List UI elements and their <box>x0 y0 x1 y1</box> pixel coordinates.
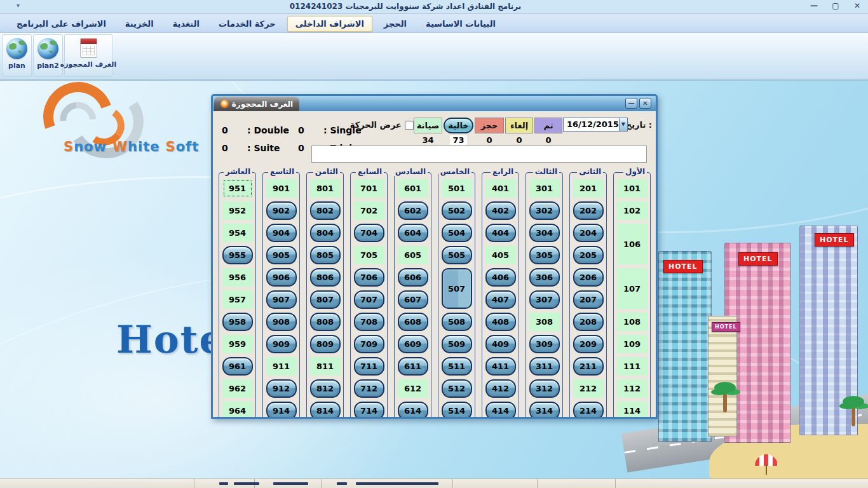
room-button-957[interactable]: 957 <box>222 290 253 309</box>
room-button-211[interactable]: 211 <box>573 357 604 376</box>
room-button-401[interactable]: 401 <box>485 179 516 198</box>
dialog-title-bar[interactable]: الغرف المحجوزة — ✕ <box>213 96 656 111</box>
room-button-709[interactable]: 709 <box>354 335 384 353</box>
room-button-814[interactable]: 814 <box>310 402 341 417</box>
room-button-961[interactable]: 961 <box>222 357 253 376</box>
room-button-208[interactable]: 208 <box>573 313 604 331</box>
room-button-301[interactable]: 301 <box>529 179 560 198</box>
room-button-605[interactable]: 605 <box>398 246 428 264</box>
room-button-514[interactable]: 514 <box>442 402 472 417</box>
room-button-706[interactable]: 706 <box>354 268 384 287</box>
room-button-312[interactable]: 312 <box>529 379 560 398</box>
room-button-812[interactable]: 812 <box>310 379 341 398</box>
room-button-704[interactable]: 704 <box>354 224 384 242</box>
room-button-508[interactable]: 508 <box>442 313 472 331</box>
menu-tab[interactable]: التغذية <box>165 17 207 31</box>
room-button-107[interactable]: 107 <box>617 268 648 309</box>
menu-tab[interactable]: الخزينة <box>118 17 161 31</box>
room-button-606[interactable]: 606 <box>398 268 428 287</box>
room-button-308[interactable]: 308 <box>529 313 560 331</box>
toolbar-button[interactable]: plan2 <box>33 34 63 77</box>
room-button-901[interactable]: 901 <box>266 179 297 198</box>
room-button-408[interactable]: 408 <box>485 313 516 331</box>
room-button-512[interactable]: 512 <box>442 379 472 398</box>
room-button-109[interactable]: 109 <box>617 335 648 353</box>
room-button-806[interactable]: 806 <box>310 268 341 287</box>
room-button-411[interactable]: 411 <box>485 357 516 376</box>
room-button-905[interactable]: 905 <box>266 246 297 264</box>
room-button-302[interactable]: 302 <box>529 201 560 220</box>
room-button-964[interactable]: 964 <box>222 402 253 417</box>
chevron-down-icon[interactable]: ▼ <box>619 118 627 131</box>
room-button-505[interactable]: 505 <box>442 246 472 264</box>
dialog-close-icon[interactable]: ✕ <box>639 98 651 109</box>
room-button-809[interactable]: 809 <box>310 335 341 353</box>
dialog-minimize-icon[interactable]: — <box>625 98 637 109</box>
toolbar-button[interactable]: plan <box>2 34 32 77</box>
room-button-611[interactable]: 611 <box>398 357 428 376</box>
room-button-962[interactable]: 962 <box>222 379 253 398</box>
room-button-914[interactable]: 914 <box>266 402 297 417</box>
room-button-902[interactable]: 902 <box>266 201 297 220</box>
room-button-911[interactable]: 911 <box>266 357 297 376</box>
toolbar-button[interactable]: الغرف المحجوزه <box>64 34 112 77</box>
room-button-907[interactable]: 907 <box>266 290 297 309</box>
room-button-801[interactable]: 801 <box>310 179 341 198</box>
room-button-958[interactable]: 958 <box>222 313 253 331</box>
room-button-954[interactable]: 954 <box>222 224 253 242</box>
room-button-712[interactable]: 712 <box>354 379 384 398</box>
show-movement-checkbox[interactable] <box>405 121 414 130</box>
room-button-906[interactable]: 906 <box>266 268 297 287</box>
room-button-214[interactable]: 214 <box>573 402 604 417</box>
room-button-908[interactable]: 908 <box>266 313 297 331</box>
room-button-309[interactable]: 309 <box>529 335 560 353</box>
room-button-102[interactable]: 102 <box>617 201 648 220</box>
room-button-708[interactable]: 708 <box>354 313 384 331</box>
room-button-205[interactable]: 205 <box>573 246 604 264</box>
room-button-701[interactable]: 701 <box>354 179 384 198</box>
room-button-904[interactable]: 904 <box>266 224 297 242</box>
room-button-614[interactable]: 614 <box>398 402 428 417</box>
room-button-707[interactable]: 707 <box>354 290 384 309</box>
room-button-507[interactable]: 507 <box>442 268 472 309</box>
room-button-502[interactable]: 502 <box>442 201 472 220</box>
room-button-602[interactable]: 602 <box>398 201 428 220</box>
room-button-509[interactable]: 509 <box>442 335 472 353</box>
room-button-804[interactable]: 804 <box>310 224 341 242</box>
room-button-714[interactable]: 714 <box>354 402 384 417</box>
status-button-cancel[interactable]: إلغاء <box>505 118 533 133</box>
status-button-booked[interactable]: حجز <box>475 118 504 133</box>
room-button-101[interactable]: 101 <box>617 179 648 198</box>
room-button-504[interactable]: 504 <box>442 224 472 242</box>
room-button-112[interactable]: 112 <box>617 379 648 398</box>
room-button-206[interactable]: 206 <box>573 268 604 287</box>
room-button-501[interactable]: 501 <box>442 179 472 198</box>
room-button-311[interactable]: 311 <box>529 357 560 376</box>
room-button-609[interactable]: 609 <box>398 335 428 353</box>
menu-tab[interactable]: البيانات الاساسية <box>418 17 503 31</box>
menu-tab[interactable]: حركة الخدمات <box>211 17 283 31</box>
room-button-711[interactable]: 711 <box>354 357 384 376</box>
close-icon[interactable]: ✕ <box>851 1 863 10</box>
info-textbox[interactable] <box>311 146 647 163</box>
room-button-407[interactable]: 407 <box>485 290 516 309</box>
menu-tab[interactable]: الاشراف على البرنامج <box>9 17 114 31</box>
menu-tab[interactable]: الحجز <box>376 17 414 31</box>
status-button-maint[interactable]: صيانة <box>414 118 442 133</box>
room-button-114[interactable]: 114 <box>617 402 648 417</box>
room-button-212[interactable]: 212 <box>573 379 604 398</box>
room-button-807[interactable]: 807 <box>310 290 341 309</box>
status-button-done[interactable]: تم <box>534 118 562 133</box>
room-button-314[interactable]: 314 <box>529 402 560 417</box>
room-button-811[interactable]: 811 <box>310 357 341 376</box>
room-button-604[interactable]: 604 <box>398 224 428 242</box>
room-button-305[interactable]: 305 <box>529 246 560 264</box>
room-button-111[interactable]: 111 <box>617 357 648 376</box>
room-button-909[interactable]: 909 <box>266 335 297 353</box>
room-button-952[interactable]: 952 <box>222 201 253 220</box>
room-button-202[interactable]: 202 <box>573 201 604 220</box>
room-button-404[interactable]: 404 <box>485 224 516 242</box>
room-button-406[interactable]: 406 <box>485 268 516 287</box>
room-button-307[interactable]: 307 <box>529 290 560 309</box>
room-button-201[interactable]: 201 <box>573 179 604 198</box>
